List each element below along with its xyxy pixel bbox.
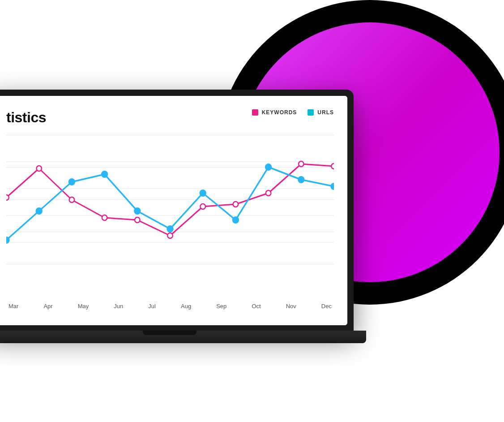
urls-legend-icon xyxy=(308,109,314,116)
urls-point-jul xyxy=(134,208,140,214)
chart-area: Mar Apr May Jun Jul Aug Sep Oct Nov Dec xyxy=(6,135,334,296)
laptop-device: tistics KEYWORDS URLS xyxy=(0,90,376,367)
laptop-notch xyxy=(143,331,196,335)
chart-svg xyxy=(6,135,334,269)
urls-point-jun xyxy=(102,171,107,177)
x-label-jun: Jun xyxy=(114,303,123,310)
keywords-point-jul xyxy=(135,217,140,223)
keywords-point-sep xyxy=(200,204,205,209)
keywords-point-jun xyxy=(102,215,107,220)
keywords-point-may xyxy=(69,197,75,202)
keywords-point-nov xyxy=(266,190,271,196)
keywords-line xyxy=(6,164,334,236)
legend-keywords: KEYWORDS xyxy=(252,109,297,116)
urls-point-sep xyxy=(200,190,205,196)
keywords-legend-icon xyxy=(252,109,258,116)
keywords-point-apr xyxy=(36,166,42,171)
urls-point-mar xyxy=(6,237,9,243)
x-label-may: May xyxy=(78,303,89,310)
urls-legend-label: URLS xyxy=(317,109,334,116)
x-label-nov: Nov xyxy=(286,303,296,310)
keywords-point-mar xyxy=(6,195,9,200)
urls-point-aug xyxy=(167,226,173,232)
screen-content: tistics KEYWORDS URLS xyxy=(0,96,347,325)
chart-legend: KEYWORDS URLS xyxy=(252,109,334,116)
urls-point-dec xyxy=(298,177,304,183)
keywords-point-dec xyxy=(299,161,304,167)
x-axis-labels: Mar Apr May Jun Jul Aug Sep Oct Nov Dec xyxy=(6,303,334,310)
urls-point-nov xyxy=(265,164,271,170)
laptop-bottom-bar xyxy=(0,331,366,343)
x-label-dec: Dec xyxy=(321,303,332,310)
urls-point-end xyxy=(331,183,334,189)
keywords-legend-label: KEYWORDS xyxy=(262,109,297,116)
x-label-aug: Aug xyxy=(181,303,191,310)
x-label-jul: Jul xyxy=(148,303,156,310)
keywords-point-oct xyxy=(233,202,239,207)
keywords-point-end xyxy=(331,164,334,169)
x-label-oct: Oct xyxy=(252,303,261,310)
urls-point-may xyxy=(69,179,75,185)
legend-urls: URLS xyxy=(308,109,334,116)
x-label-apr: Apr xyxy=(43,303,52,310)
urls-point-oct xyxy=(233,217,239,223)
x-label-mar: Mar xyxy=(9,303,18,310)
laptop-body: tistics KEYWORDS URLS xyxy=(0,90,354,332)
laptop-screen: tistics KEYWORDS URLS xyxy=(0,96,347,325)
urls-point-apr xyxy=(36,208,42,214)
x-label-sep: Sep xyxy=(216,303,226,310)
keywords-point-aug xyxy=(167,233,173,238)
